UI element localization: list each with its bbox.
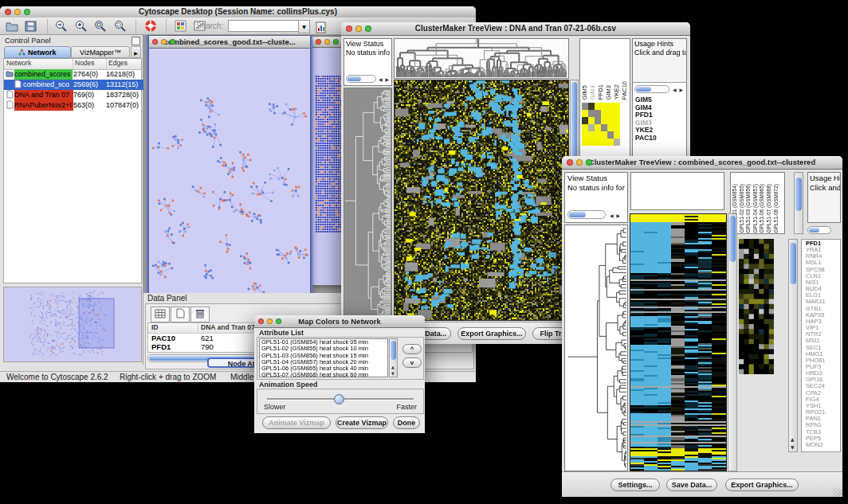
animate-vizmap-button[interactable]: Animate Vizmap bbox=[262, 416, 331, 429]
scrollbar-thumb[interactable] bbox=[790, 243, 796, 284]
zoom-button[interactable] bbox=[586, 159, 592, 166]
scroll-arrows[interactable]: ◀ ▶ bbox=[379, 76, 390, 82]
column-header[interactable]: Network bbox=[6, 59, 70, 69]
background-network-canvas[interactable] bbox=[315, 75, 342, 234]
tv1-zoom-heatmap[interactable] bbox=[582, 103, 620, 146]
scrollbar-thumb[interactable] bbox=[569, 212, 586, 217]
network-view-canvas[interactable] bbox=[149, 49, 308, 293]
scrollbar-thumb[interactable] bbox=[729, 216, 736, 262]
tv1-column-dendrogram[interactable] bbox=[395, 39, 568, 78]
minimize-button[interactable] bbox=[355, 25, 362, 32]
attribute-list-item[interactable]: GPL51-07 (GSM868) heat shock 60 min bbox=[261, 372, 387, 377]
save-session-icon[interactable] bbox=[24, 19, 40, 34]
tv2-row-dendrogram[interactable] bbox=[565, 225, 627, 471]
settings-button[interactable]: Settings... bbox=[610, 479, 660, 491]
minimize-button[interactable] bbox=[267, 318, 273, 324]
scrollbar-thumb[interactable] bbox=[795, 178, 802, 211]
zoom-button[interactable] bbox=[365, 25, 371, 32]
export-graphics-button[interactable]: Export Graphics... bbox=[457, 327, 526, 340]
help-lifebuoy-icon[interactable] bbox=[143, 19, 159, 34]
close-button[interactable] bbox=[5, 9, 11, 15]
tv2-genelist-vscrollbar[interactable]: ▲ ▼ bbox=[788, 239, 798, 452]
network-view-titlebar[interactable]: combined_scores_good.txt--cluste... bbox=[149, 36, 310, 49]
save-data-button[interactable]: Save Data... bbox=[666, 479, 717, 491]
network-row-selected[interactable]: combined_sco 2569(6) 13112(15) bbox=[4, 80, 146, 90]
tv2-vscrollbar[interactable] bbox=[728, 213, 737, 471]
scrollbar-thumb[interactable] bbox=[391, 341, 396, 360]
tv2-status-hscrollbar[interactable] bbox=[567, 210, 606, 219]
close-button[interactable] bbox=[258, 318, 264, 324]
search-dropdown-button[interactable]: ▼ bbox=[298, 20, 310, 33]
network-view-window[interactable]: combined_scores_good.txt--cluste... bbox=[148, 35, 311, 293]
zoom-column-label: PAC10 bbox=[622, 81, 630, 100]
move-up-button[interactable]: ^ bbox=[402, 344, 422, 354]
float-panel-icon[interactable] bbox=[132, 37, 140, 45]
scroll-down-arrow[interactable]: ▼ bbox=[791, 444, 795, 450]
attribute-list-vscrollbar[interactable]: ▲ ▼ bbox=[389, 338, 398, 377]
tv2-zoom-heatmap[interactable] bbox=[739, 239, 774, 374]
file-icon bbox=[14, 80, 22, 90]
network-edges: 13112(15) bbox=[106, 80, 143, 90]
minimize-button[interactable] bbox=[161, 39, 167, 45]
minimize-button[interactable] bbox=[14, 9, 21, 15]
scrollbar-thumb[interactable] bbox=[347, 76, 361, 81]
tab-vizmapper[interactable]: VizMapper™ bbox=[71, 46, 130, 58]
tv1-row-dendrogram[interactable] bbox=[344, 88, 391, 320]
done-button[interactable]: Done bbox=[393, 416, 420, 429]
minimize-button[interactable] bbox=[324, 39, 330, 45]
cytoscape-titlebar[interactable]: Cytoscape Desktop (Session Name: collins… bbox=[0, 6, 476, 18]
close-button[interactable] bbox=[316, 39, 321, 45]
new-attribute-icon[interactable] bbox=[171, 307, 190, 322]
column-header[interactable]: Edges bbox=[106, 59, 143, 69]
open-session-icon[interactable] bbox=[5, 19, 21, 34]
treeview2-titlebar[interactable]: ClusterMaker TreeView : combined_scores_… bbox=[562, 156, 842, 170]
export-graphics-button[interactable]: Export Graphics... bbox=[725, 479, 799, 491]
search-input[interactable] bbox=[228, 20, 300, 32]
scroll-arrows[interactable]: ◀ ▶ bbox=[673, 87, 684, 92]
resize-grip[interactable] bbox=[833, 488, 842, 497]
close-button[interactable] bbox=[567, 159, 573, 166]
zoom-selected-icon[interactable] bbox=[113, 19, 129, 34]
tv1-heatmap[interactable] bbox=[395, 80, 568, 320]
zoom-out-icon[interactable] bbox=[54, 19, 70, 34]
delete-attribute-icon[interactable] bbox=[190, 307, 210, 322]
move-down-button[interactable]: v bbox=[402, 357, 422, 368]
column-header[interactable]: ID bbox=[151, 323, 193, 331]
tv1-usage-hscrollbar[interactable] bbox=[634, 85, 669, 93]
scroll-up-arrow[interactable]: ▲ bbox=[391, 365, 395, 369]
zoom-button[interactable] bbox=[276, 318, 281, 324]
tv2-column-dendrogram-panel[interactable] bbox=[630, 172, 724, 210]
network-row[interactable]: DNA and Tran 07 769(0) 183728(0) bbox=[4, 90, 146, 100]
attribute-list[interactable]: GPL51-01 (GSM854) heat shock 05 minGPL51… bbox=[259, 338, 388, 377]
column-header[interactable]: Nodes bbox=[73, 59, 107, 69]
minimize-button[interactable] bbox=[576, 159, 583, 166]
tab-more-button[interactable]: ▶ bbox=[131, 46, 141, 58]
zoom-button[interactable] bbox=[170, 39, 175, 45]
tv2-usage-hscrollbar[interactable] bbox=[807, 226, 831, 234]
create-vizmap-button[interactable]: Create Vizmap bbox=[336, 416, 388, 429]
scroll-arrows[interactable]: ◀ ▶ bbox=[610, 213, 621, 218]
tv2-collabel-vscrollbar[interactable] bbox=[794, 172, 803, 234]
network-row[interactable]: combined_scores 2764(0) 16218(0) bbox=[4, 69, 146, 80]
close-button[interactable] bbox=[152, 39, 158, 45]
treeview1-titlebar[interactable]: ClusterMaker TreeView : DNA and Tran 07-… bbox=[341, 22, 690, 36]
zoom-button[interactable] bbox=[333, 39, 339, 45]
tab-network[interactable]: Network bbox=[4, 46, 71, 58]
tv1-status-hscrollbar[interactable] bbox=[346, 75, 376, 83]
scrollbar-thumb[interactable] bbox=[636, 87, 651, 92]
animation-speed-slider[interactable] bbox=[334, 394, 344, 404]
dialog-titlebar[interactable]: Map Colors to Network bbox=[254, 315, 425, 328]
close-button[interactable] bbox=[346, 25, 352, 32]
zoom-button[interactable] bbox=[24, 9, 30, 15]
scrollbar-thumb[interactable] bbox=[809, 228, 819, 232]
zoom-fit-icon[interactable] bbox=[93, 19, 109, 34]
attribute-table-icon[interactable] bbox=[151, 307, 170, 322]
network-row[interactable]: RNAPuberNov2+I 563(0) 107847(0) bbox=[4, 100, 146, 111]
network-overview-canvas[interactable] bbox=[4, 287, 141, 361]
zoom-in-icon[interactable] bbox=[74, 19, 90, 34]
report-icon[interactable] bbox=[314, 21, 330, 36]
scroll-down-arrow[interactable]: ▼ bbox=[391, 371, 395, 376]
tv2-heatmap[interactable] bbox=[630, 214, 726, 471]
vizmapper-icon[interactable] bbox=[174, 19, 190, 34]
scroll-up-arrow[interactable]: ▲ bbox=[791, 436, 795, 442]
